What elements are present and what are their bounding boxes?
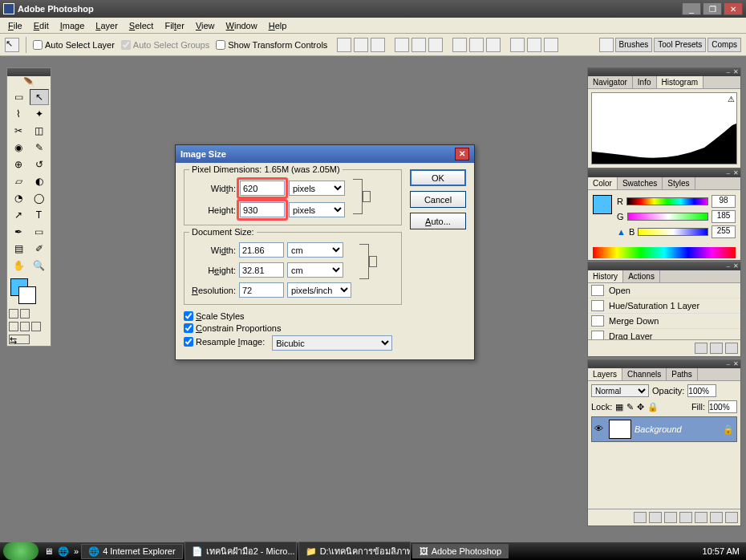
- panel-close-icon[interactable]: ✕: [733, 360, 739, 368]
- menu-view[interactable]: View: [191, 19, 220, 32]
- color-preview[interactable]: [593, 195, 612, 214]
- g-slider[interactable]: [627, 213, 708, 221]
- dialog-titlebar[interactable]: Image Size ✕: [176, 145, 474, 163]
- new-layer-icon[interactable]: [710, 512, 723, 523]
- dialog-close-button[interactable]: ✕: [455, 148, 469, 160]
- quicklaunch-icon[interactable]: »: [74, 546, 79, 556]
- new-doc-icon[interactable]: [710, 343, 723, 354]
- palette-comps[interactable]: Comps: [707, 38, 741, 52]
- cancel-button[interactable]: Cancel: [410, 191, 466, 208]
- panel-minimize-icon[interactable]: –: [727, 262, 730, 270]
- menu-select[interactable]: Select: [124, 19, 159, 32]
- eraser-tool[interactable]: ▱: [9, 173, 28, 189]
- quicklaunch-icon[interactable]: 🖥: [44, 546, 53, 556]
- lock-paint-icon[interactable]: ✎: [626, 402, 634, 412]
- close-button[interactable]: ✕: [724, 2, 743, 15]
- background-color[interactable]: [18, 286, 36, 304]
- align-icon[interactable]: [412, 38, 426, 52]
- panel-close-icon[interactable]: ✕: [733, 262, 739, 270]
- panel-minimize-icon[interactable]: –: [727, 169, 730, 177]
- menu-edit[interactable]: Edit: [29, 19, 54, 32]
- pixel-height-input[interactable]: [240, 202, 285, 217]
- maximize-button[interactable]: ❐: [703, 2, 722, 15]
- tab-histogram[interactable]: Histogram: [657, 76, 704, 88]
- auto-button[interactable]: Auto...: [410, 213, 466, 229]
- wand-tool[interactable]: ✦: [30, 106, 49, 122]
- notes-tool[interactable]: ▤: [9, 241, 28, 257]
- start-button[interactable]: [3, 542, 39, 560]
- color-spectrum[interactable]: [593, 247, 736, 258]
- ok-button[interactable]: OK: [410, 169, 466, 186]
- distribute-icon[interactable]: [544, 38, 558, 52]
- screen-mode-icon[interactable]: [9, 322, 18, 331]
- screen-mode-icon[interactable]: [20, 322, 30, 331]
- menu-filter[interactable]: Filter: [160, 19, 189, 32]
- doc-width-input[interactable]: [239, 242, 284, 258]
- menu-help[interactable]: Help: [264, 19, 292, 32]
- mask-icon[interactable]: [664, 512, 677, 523]
- distribute-icon[interactable]: [469, 38, 484, 52]
- mode-icon[interactable]: [9, 309, 18, 319]
- panel-minimize-icon[interactable]: –: [727, 68, 730, 76]
- lasso-tool[interactable]: ⌇: [9, 106, 28, 122]
- auto-select-layer-check[interactable]: Auto Select Layer: [33, 40, 115, 50]
- resample-method-select[interactable]: Bicubic: [272, 335, 392, 351]
- auto-select-groups-check[interactable]: Auto Select Groups: [121, 40, 209, 50]
- pen-tool[interactable]: ✒: [9, 224, 28, 240]
- lock-move-icon[interactable]: ✥: [637, 402, 644, 412]
- tab-history[interactable]: History: [588, 270, 623, 282]
- blend-mode-select[interactable]: Normal: [591, 384, 649, 397]
- trash-icon[interactable]: [725, 512, 738, 523]
- tab-color[interactable]: Color: [588, 177, 618, 189]
- menu-file[interactable]: File: [3, 19, 27, 32]
- path-tool[interactable]: ↗: [9, 207, 28, 223]
- lock-all-icon[interactable]: 🔒: [647, 402, 659, 412]
- taskbar-item[interactable]: 🖼Adobe Photoshop: [412, 544, 509, 558]
- tab-actions[interactable]: Actions: [623, 270, 660, 282]
- quicklaunch-icon[interactable]: 🌐: [58, 546, 69, 557]
- show-transform-check[interactable]: Show Transform Controls: [216, 40, 327, 50]
- adjustment-icon[interactable]: [679, 512, 692, 523]
- taskbar-item[interactable]: 🌐4 Internet Explorer: [81, 544, 183, 559]
- palette-toolpresets[interactable]: Tool Presets: [654, 38, 706, 52]
- history-brush-tool[interactable]: ↺: [30, 156, 49, 172]
- tab-swatches[interactable]: Swatches: [618, 177, 663, 189]
- trash-icon[interactable]: [725, 343, 738, 354]
- screen-mode-icon[interactable]: [31, 322, 41, 331]
- heal-tool[interactable]: ◉: [9, 140, 28, 156]
- color-swatches[interactable]: [7, 275, 51, 307]
- tab-layers[interactable]: Layers: [588, 368, 622, 380]
- move-tool-icon[interactable]: ↖: [5, 38, 19, 52]
- dodge-tool[interactable]: ◯: [30, 190, 49, 206]
- constrain-proportions-check[interactable]: Constrain Proportions: [184, 323, 402, 333]
- scale-styles-check[interactable]: Scale Styles: [184, 311, 402, 321]
- fx-icon[interactable]: [649, 512, 662, 523]
- minimize-button[interactable]: _: [682, 2, 701, 15]
- align-icon[interactable]: [354, 38, 368, 52]
- b-slider[interactable]: [638, 228, 708, 236]
- menu-layer[interactable]: Layer: [91, 19, 123, 32]
- link-icon[interactable]: [634, 512, 647, 523]
- layer-row[interactable]: 👁 Background 🔒: [591, 416, 737, 442]
- g-value[interactable]: 185: [712, 210, 736, 223]
- stamp-tool[interactable]: ⊕: [9, 156, 28, 172]
- menu-window[interactable]: Window: [221, 19, 262, 32]
- link-icon[interactable]: [363, 191, 371, 202]
- history-item[interactable]: Drag Layer: [588, 329, 740, 339]
- tab-channels[interactable]: Channels: [622, 368, 667, 380]
- hand-tool[interactable]: ✋: [9, 258, 28, 274]
- panel-minimize-icon[interactable]: –: [727, 360, 730, 368]
- distribute-icon[interactable]: [510, 38, 525, 52]
- palette-brushes[interactable]: Brushes: [615, 38, 653, 52]
- taskbar-item[interactable]: 📁D:\เทคนิคการข้อมลิภาพ: [298, 542, 411, 560]
- crop-tool[interactable]: ✂: [9, 123, 28, 139]
- distribute-icon[interactable]: [452, 38, 467, 52]
- slice-tool[interactable]: ◫: [30, 123, 49, 139]
- align-icon[interactable]: [395, 38, 409, 52]
- fill-input[interactable]: [708, 400, 737, 413]
- doc-height-input[interactable]: [239, 262, 284, 278]
- history-item[interactable]: Open: [588, 283, 740, 298]
- tab-navigator[interactable]: Navigator: [588, 76, 633, 88]
- pixel-height-unit[interactable]: pixels: [289, 202, 345, 217]
- history-item[interactable]: Merge Down: [588, 314, 740, 329]
